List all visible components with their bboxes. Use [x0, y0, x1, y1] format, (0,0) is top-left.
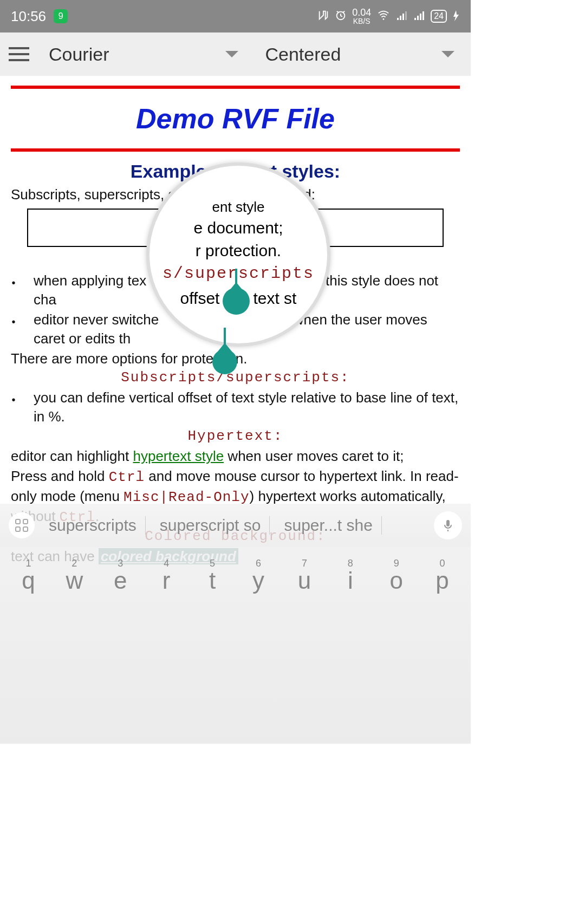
- list-item: • you can define vertical offset of text…: [11, 388, 460, 426]
- svg-rect-5: [405, 11, 407, 20]
- charging-icon: [452, 8, 460, 25]
- bullet-dot: •: [11, 393, 16, 407]
- svg-rect-8: [420, 14, 421, 20]
- status-bar: 10:56 9 0.04 KB/S 24: [0, 0, 471, 32]
- font-dropdown-label: Courier: [49, 44, 109, 65]
- text-line: editor can highlight hypertext style whe…: [11, 447, 460, 466]
- mag-line: ent style: [212, 197, 265, 217]
- app-toolbar: Courier Centered: [0, 32, 471, 76]
- key-q[interactable]: 1q: [5, 558, 51, 594]
- voice-input-button[interactable]: [434, 511, 462, 539]
- bullet-dot: •: [11, 315, 16, 329]
- chevron-down-icon: [441, 51, 454, 57]
- subsup-heading: Subscripts/superscripts:: [11, 368, 460, 387]
- suggestion-item[interactable]: superscript so: [151, 516, 270, 535]
- suggestion-item[interactable]: superscripts: [40, 516, 146, 535]
- align-dropdown[interactable]: Centered: [255, 44, 466, 65]
- alarm-icon: [335, 8, 347, 25]
- wifi-icon: [376, 8, 391, 25]
- key-e[interactable]: 3e: [98, 558, 144, 594]
- menu-button[interactable]: [5, 41, 32, 68]
- signal-2-icon: [413, 8, 425, 25]
- data-speed: 0.04 KB/S: [352, 8, 371, 25]
- battery-indicator: 24: [431, 10, 447, 23]
- svg-rect-3: [400, 16, 401, 20]
- key-r[interactable]: 4r: [144, 558, 190, 594]
- svg-rect-2: [397, 18, 399, 20]
- text: you can define vertical offset of text s…: [26, 388, 460, 426]
- hyperlink[interactable]: hypertext style: [133, 448, 224, 464]
- doc-title: Demo RVF File: [11, 89, 460, 148]
- svg-rect-9: [422, 11, 424, 20]
- svg-rect-4: [402, 14, 404, 20]
- suggestion-item[interactable]: super...t she: [275, 516, 381, 535]
- notification-badge: 9: [54, 9, 68, 23]
- signal-1-icon: [396, 8, 408, 25]
- soft-keyboard: 1q 2w 3e 4r 5t 6y 7u 8i 9o 0p: [0, 547, 471, 744]
- mag-line: offset text st: [180, 285, 297, 312]
- keyboard-row: 1q 2w 3e 4r 5t 6y 7u 8i 9o 0p: [5, 558, 465, 594]
- status-right: 0.04 KB/S 24: [317, 8, 460, 25]
- nfc-icon: [317, 8, 329, 25]
- key-o[interactable]: 9o: [373, 558, 419, 594]
- cursor-handle[interactable]: [212, 349, 237, 374]
- mag-line: s/superscripts: [162, 262, 314, 285]
- status-left: 10:56 9: [11, 8, 68, 25]
- svg-rect-6: [414, 18, 416, 20]
- font-dropdown[interactable]: Courier: [38, 44, 249, 65]
- key-t[interactable]: 5t: [190, 558, 236, 594]
- horizontal-rule: [11, 148, 460, 152]
- key-w[interactable]: 2w: [51, 558, 98, 594]
- svg-point-1: [383, 18, 385, 19]
- mag-line: r protection.: [196, 239, 281, 262]
- code-text: Misc|Read-Only: [123, 489, 249, 505]
- text: Subscripts, superscripts, sy: [11, 186, 182, 203]
- code-text: Ctrl: [109, 469, 145, 485]
- clock-time: 10:56: [11, 8, 46, 25]
- bullet-dot: •: [11, 276, 16, 290]
- key-u[interactable]: 7u: [281, 558, 327, 594]
- svg-rect-7: [417, 16, 419, 20]
- hypertext-heading: Hypertext:: [11, 427, 460, 446]
- key-p[interactable]: 0p: [419, 558, 465, 594]
- key-i[interactable]: 8i: [327, 558, 373, 594]
- magnifier-lens: ent style e document; r protection. s/su…: [146, 162, 330, 347]
- keyboard-apps-button[interactable]: [9, 512, 35, 538]
- mag-line: e document;: [193, 217, 283, 239]
- data-speed-unit: KB/S: [352, 17, 371, 25]
- data-speed-value: 0.04: [352, 8, 371, 17]
- key-y[interactable]: 6y: [236, 558, 282, 594]
- align-dropdown-label: Centered: [265, 44, 341, 65]
- chevron-down-icon: [225, 51, 238, 57]
- suggestion-bar: superscripts superscript so super...t sh…: [0, 504, 471, 547]
